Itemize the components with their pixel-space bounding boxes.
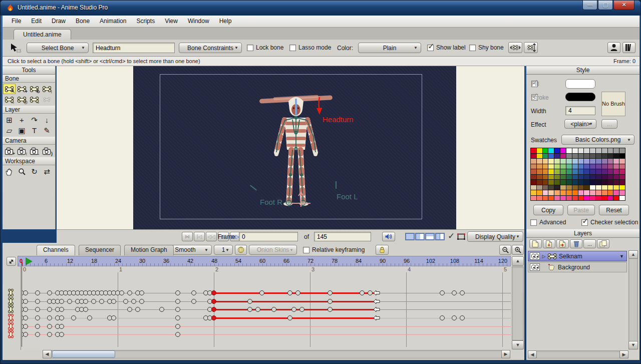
- menu-window[interactable]: Window: [183, 16, 214, 27]
- keyframe[interactable]: [67, 299, 72, 304]
- timeline-tab-motion-graph[interactable]: Motion Graph: [124, 245, 174, 255]
- keyframe[interactable]: [59, 299, 64, 304]
- relative-keyframing-checkbox[interactable]: Relative keyframing: [303, 246, 365, 253]
- track-camera-tool[interactable]: +: [3, 146, 16, 156]
- keyframe[interactable]: [83, 307, 88, 312]
- swatch-r2-c4[interactable]: [548, 154, 554, 159]
- bone-length-button[interactable]: [524, 42, 538, 53]
- keyframe[interactable]: [135, 307, 140, 312]
- menu-view[interactable]: View: [160, 16, 183, 27]
- pan-tool[interactable]: [3, 166, 16, 177]
- layers-scroll-left-button[interactable]: ◀: [528, 350, 537, 358]
- swatch-r8-c5[interactable]: [554, 185, 560, 190]
- shear-layer-tool[interactable]: ▱: [3, 125, 16, 136]
- keyframe[interactable]: [175, 324, 180, 329]
- swatch-r2-c6[interactable]: [560, 154, 566, 159]
- swatch-r3-c9[interactable]: [578, 159, 584, 164]
- bone-scale-channel-icon[interactable]: [7, 305, 15, 313]
- keyframe[interactable]: [111, 315, 116, 320]
- keyframe[interactable]: [139, 290, 144, 295]
- swatch-r9-c10[interactable]: [584, 190, 589, 195]
- swatch-r9-c9[interactable]: [578, 190, 584, 195]
- stroke-checkbox[interactable]: ✓Stroke: [531, 94, 540, 101]
- keyframe[interactable]: [23, 332, 28, 337]
- two-view-vertical-button[interactable]: [415, 233, 425, 240]
- swatch-r4-c10[interactable]: [584, 164, 589, 169]
- menu-animation[interactable]: Animation: [95, 16, 131, 27]
- jump-start-button[interactable]: ⋈: [182, 232, 193, 241]
- keyframe[interactable]: [368, 290, 373, 295]
- swatch-r7-c16[interactable]: [619, 180, 625, 185]
- menu-edit[interactable]: Edit: [26, 16, 47, 27]
- swatch-r5-c9[interactable]: [578, 169, 584, 174]
- pan-tilt-camera-tool[interactable]: →: [28, 146, 41, 156]
- swatch-r1-c13[interactable]: [602, 148, 607, 153]
- swatch-r1-c3[interactable]: [543, 148, 548, 153]
- interp-count-dropdown[interactable]: 1▼: [214, 245, 233, 255]
- cycle-arrow-icon[interactable]: [373, 315, 380, 321]
- swatch-r6-c16[interactable]: [619, 175, 625, 180]
- keyframe-field[interactable]: 012345: [22, 266, 511, 350]
- reparent-bone-tool[interactable]: →: [28, 94, 41, 105]
- swatch-r2-c5[interactable]: [554, 154, 560, 159]
- swatch-r10-c1[interactable]: [531, 196, 536, 201]
- swatch-r7-c11[interactable]: [590, 180, 595, 185]
- keyframe[interactable]: [127, 307, 132, 312]
- swatch-r5-c14[interactable]: [608, 169, 613, 174]
- swatch-r4-c16[interactable]: [619, 164, 625, 169]
- swatch-r9-c15[interactable]: [613, 190, 619, 195]
- keyframe[interactable]: [35, 307, 40, 312]
- keyframe[interactable]: [71, 315, 76, 320]
- swatch-r8-c9[interactable]: [578, 185, 584, 190]
- swatch-r10-c11[interactable]: [590, 196, 595, 201]
- selected-bone-scale-channel-icon[interactable]: [7, 330, 15, 338]
- swatch-r7-c8[interactable]: [572, 180, 578, 185]
- timeline-scroll-down-button[interactable]: ▼: [512, 340, 524, 349]
- swatch-r1-c15[interactable]: [613, 148, 619, 153]
- swatch-r5-c2[interactable]: [537, 169, 542, 174]
- keyframe[interactable]: [291, 307, 296, 312]
- swatch-r1-c2[interactable]: [537, 148, 542, 153]
- swatch-r4-c14[interactable]: [608, 164, 613, 169]
- keyframe[interactable]: [127, 290, 132, 295]
- keyframe[interactable]: [328, 299, 333, 304]
- library-button[interactable]: [622, 42, 635, 53]
- audio-mute-button[interactable]: [382, 232, 395, 241]
- enable-drawing-check-icon[interactable]: ✓: [448, 231, 455, 241]
- keyframe[interactable]: [35, 332, 40, 337]
- swatch-r2-c10[interactable]: [584, 154, 589, 159]
- swatch-r1-c8[interactable]: [572, 148, 578, 153]
- swatch-r5-c1[interactable]: [531, 169, 536, 174]
- new-layer-type-button[interactable]: +: [543, 239, 555, 248]
- keyframe[interactable]: [23, 324, 28, 329]
- swatch-r1-c12[interactable]: [596, 148, 601, 153]
- swatch-r9-c3[interactable]: [543, 190, 548, 195]
- layer-visibility-eyes-icon[interactable]: [530, 252, 540, 260]
- cycle-keyframe[interactable]: [211, 299, 216, 304]
- paste-style-button[interactable]: Paste: [567, 205, 595, 215]
- keyframe[interactable]: [59, 307, 64, 312]
- swatch-r10-c10[interactable]: [584, 196, 589, 201]
- keyframe[interactable]: [91, 299, 96, 304]
- keyframe[interactable]: [99, 299, 104, 304]
- two-view-horizontal-button[interactable]: [425, 233, 435, 240]
- swatch-r8-c1[interactable]: [531, 185, 536, 190]
- swatch-r2-c13[interactable]: [602, 154, 607, 159]
- swatch-r3-c4[interactable]: [548, 159, 554, 164]
- set-origin-tool[interactable]: +: [16, 115, 28, 125]
- swatch-r8-c4[interactable]: [548, 185, 554, 190]
- swatch-r3-c8[interactable]: [572, 159, 578, 164]
- swatch-r10-c8[interactable]: [572, 196, 578, 201]
- orbit-workspace-tool[interactable]: ⇄: [41, 166, 53, 177]
- zoom-camera-tool[interactable]: ↕: [16, 146, 28, 156]
- swatch-r9-c11[interactable]: [590, 190, 595, 195]
- swatch-r7-c7[interactable]: [566, 180, 572, 185]
- swatch-r8-c2[interactable]: [537, 185, 542, 190]
- step-start-button[interactable]: |◁: [194, 232, 205, 241]
- swatch-r2-c7[interactable]: [566, 154, 572, 159]
- swatch-r4-c7[interactable]: [566, 164, 572, 169]
- swatch-r2-c1[interactable]: [531, 154, 536, 159]
- timeline-scrollbar-thumb[interactable]: [52, 350, 115, 358]
- swatch-r10-c9[interactable]: [578, 196, 584, 201]
- text-tool[interactable]: T: [28, 125, 41, 136]
